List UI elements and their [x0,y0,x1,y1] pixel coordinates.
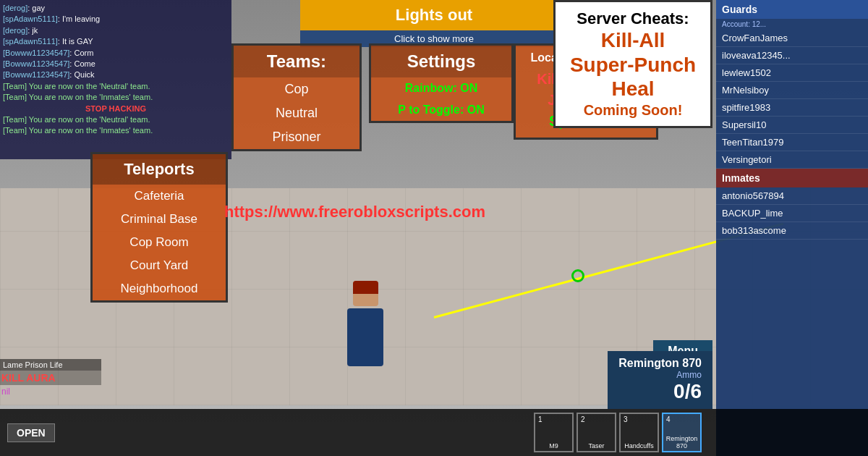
hotbar-slot-num-2: 2 [581,415,585,423]
hotbar-slot-label-4: Remington 870 [665,435,699,449]
player-antonio[interactable]: antonio567894 [716,187,868,205]
character-area [347,308,383,369]
ammo-value: 0/6 [618,380,702,403]
kill-aura-label: KILL AURA [0,371,101,385]
chat-line: [derog]: jk [3,25,229,36]
weapon-display: Remington 870 Ammo 0/6 [608,351,712,409]
player-backup-lime[interactable]: BACKUP_lime [716,205,868,222]
player-teentitan[interactable]: TeenTitan1979 [716,134,868,151]
game-name-label: Lame Prison Life [0,359,101,371]
hotbar-slot-1[interactable]: 1 M9 [534,413,574,452]
hotbar-slot-label-3: Handcuffs [624,442,653,449]
chat-line: [Team] You are now on the 'Inmates' team… [3,125,229,136]
teams-panel: Teams: Cop Neutral Prisoner [231,43,362,151]
teleport-criminal-base[interactable]: Criminal Base [93,208,226,231]
coming-soon-label: Coming Soon! [563,101,703,119]
ammo-label: Ammo [618,370,702,380]
guards-section-title: Guards [716,0,868,19]
chat-line: [Bowww11234547]: Come [3,59,229,69]
settings-rainbow[interactable]: Rainbow: ON [371,77,511,99]
account-label: Account: 12... [716,19,868,30]
chat-line: [Bowww11234547]: Corm [3,48,229,59]
player-supersil[interactable]: Supersil10 [716,117,868,134]
nil-label: nil [0,385,101,398]
chat-line: [Bowww11234547]: Quick [3,69,229,80]
chat-panel: [derog]: gay [spAdawn5111]: I'm leaving … [0,0,231,159]
server-cheats-panel: Server Cheats: Kill-All Super-Punch Heal… [553,0,712,128]
server-cheats-title: Server Cheats: [563,9,703,28]
character-body [347,308,383,366]
kill-all-button[interactable]: Kill-All [563,28,703,53]
character-head [353,281,378,306]
lights-out-banner[interactable]: Lights out Click to show more [300,0,568,47]
hotbar-slot-label-2: Taser [588,442,604,449]
team-prisoner[interactable]: Prisoner [234,125,359,149]
hotbar: 1 M9 2 Taser 3 Handcuffs 4 Remington 870 [534,413,702,452]
teleport-neighborhood[interactable]: Neighborhood [93,277,226,300]
hotbar-slot-num-1: 1 [538,415,542,423]
player-lewlew[interactable]: lewlew1502 [716,64,868,82]
chat-line: [Team] You are now on the 'Neutral' team… [3,81,229,92]
weapon-name: Remington 870 [618,357,702,370]
bottom-toolbar: OPEN 1 M9 2 Taser 3 Handcuffs 4 Remingto… [0,409,868,456]
player-iloveava[interactable]: iloveava12345... [716,47,868,64]
hotbar-slot-3[interactable]: 3 Handcuffs [619,413,659,452]
teleports-panel: Teleports Cafeteria Criminal Base Cop Ro… [90,152,228,303]
hotbar-slot-num-4: 4 [666,415,671,423]
settings-p-toggle[interactable]: P to Toggle: ON [371,99,511,121]
hotbar-slot-label-1: M9 [549,442,558,449]
player-spitfire[interactable]: spitfire1983 [716,99,868,117]
chat-line: [derog]: gay [3,3,229,14]
player-bob[interactable]: bob313ascome [716,222,868,240]
lights-out-title[interactable]: Lights out [300,0,568,30]
teleports-title: Teleports [93,154,226,185]
character-1 [347,308,383,366]
hotbar-slot-num-3: 3 [624,415,628,423]
teleport-cop-room[interactable]: Cop Room [93,231,226,254]
settings-title: Settings [371,46,511,77]
hotbar-slot-4[interactable]: 4 Remington 870 [662,413,702,452]
crosshair [571,269,584,282]
player-versingetori[interactable]: Versingetori [716,151,868,169]
chat-line: [spAdawn5111]: I'm leaving [3,14,229,25]
hotbar-slot-2[interactable]: 2 Taser [576,413,616,452]
player-mrnelsiboy[interactable]: MrNelsiboy [716,82,868,99]
chat-line: [Team] You are now on the 'Inmates' team… [3,92,229,103]
bottom-left-info: Lame Prison Life KILL AURA nil [0,359,101,398]
teleport-court-yard[interactable]: Court Yard [93,254,226,277]
settings-panel: Settings Rainbow: ON P to Toggle: ON [369,43,514,123]
teleport-cafeteria[interactable]: Cafeteria [93,185,226,208]
teams-title: Teams: [234,46,359,77]
chat-line: STOP HACKING [3,104,229,114]
chat-line: [spAdawn5111]: It is GAY [3,36,229,47]
player-crowfanjames[interactable]: CrowFanJames [716,30,868,47]
heal-button[interactable]: Heal [563,77,703,101]
open-button[interactable]: OPEN [7,423,55,442]
website-url[interactable]: https://www.freerobloxscripts.com [224,203,485,221]
inmates-section-title: Inmates [716,169,868,187]
team-neutral[interactable]: Neutral [234,101,359,125]
character-hair [353,281,378,294]
chat-line: [Team] You are now on the 'Neutral' team… [3,114,229,125]
team-cop[interactable]: Cop [234,77,359,101]
right-sidebar: Guards Account: 12... CrowFanJames ilove… [716,0,868,456]
super-punch-button[interactable]: Super-Punch [563,53,703,77]
